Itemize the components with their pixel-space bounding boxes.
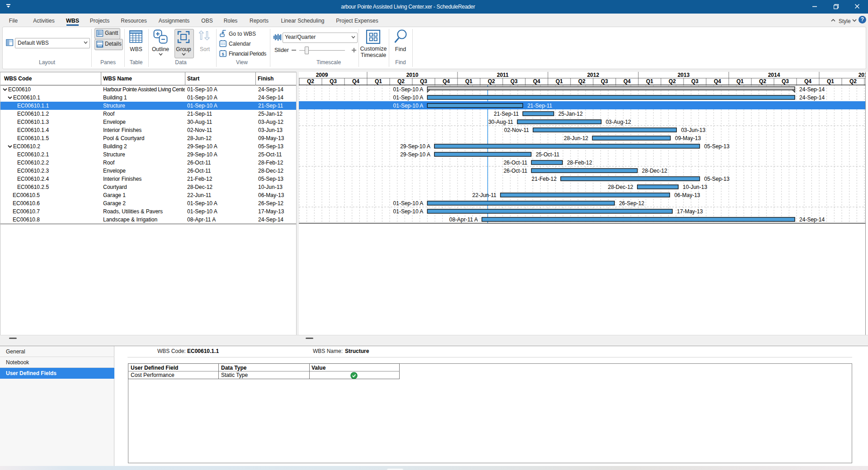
svg-text:25-Oct-11: 25-Oct-11 bbox=[536, 151, 560, 158]
svg-text:Q3: Q3 bbox=[782, 78, 789, 85]
svg-text:28-Feb-12: 28-Feb-12 bbox=[567, 160, 592, 166]
svg-text:10-Jun-13: 10-Jun-13 bbox=[683, 184, 707, 190]
svg-text:21-Feb-12: 21-Feb-12 bbox=[532, 176, 557, 182]
svg-text:24-Sep-14: 24-Sep-14 bbox=[799, 94, 825, 101]
svg-text:29-Sep-10 A: 29-Sep-10 A bbox=[400, 143, 430, 150]
svg-text:26-Sep-12: 26-Sep-12 bbox=[619, 200, 644, 207]
svg-text:05-Sep-13: 05-Sep-13 bbox=[704, 176, 730, 182]
svg-text:2011: 2011 bbox=[497, 72, 509, 78]
svg-text:Q2: Q2 bbox=[669, 78, 676, 85]
svg-text:Q3: Q3 bbox=[420, 78, 427, 85]
svg-text:08-Apr-11 A: 08-Apr-11 A bbox=[449, 216, 478, 223]
svg-text:Q1: Q1 bbox=[646, 78, 653, 85]
svg-text:Q3: Q3 bbox=[601, 78, 608, 85]
svg-text:Q3: Q3 bbox=[330, 78, 337, 85]
svg-text:28-Dec-12: 28-Dec-12 bbox=[608, 184, 633, 190]
svg-text:Q2: Q2 bbox=[488, 78, 495, 85]
svg-text:05-Sep-13: 05-Sep-13 bbox=[704, 143, 730, 150]
svg-text:Q3: Q3 bbox=[510, 78, 518, 85]
svg-text:2010: 2010 bbox=[406, 72, 419, 78]
svg-text:02-Nov-11: 02-Nov-11 bbox=[504, 127, 529, 133]
svg-text:01-Sep-10 A: 01-Sep-10 A bbox=[393, 94, 424, 101]
svg-text:29-Sep-10 A: 29-Sep-10 A bbox=[400, 151, 430, 158]
svg-text:Q3: Q3 bbox=[691, 78, 698, 85]
svg-text:Q4: Q4 bbox=[804, 78, 811, 85]
svg-text:24-Sep-14: 24-Sep-14 bbox=[799, 216, 825, 223]
svg-text:21-Sep-11: 21-Sep-11 bbox=[527, 103, 552, 109]
svg-text:Q1: Q1 bbox=[736, 78, 744, 85]
svg-text:$: $ bbox=[222, 52, 225, 56]
svg-text:Q4: Q4 bbox=[533, 78, 540, 85]
svg-text:25-Jan-12: 25-Jan-12 bbox=[558, 111, 583, 117]
svg-text:28-Dec-12: 28-Dec-12 bbox=[642, 168, 667, 174]
svg-text:2013: 2013 bbox=[678, 72, 690, 78]
svg-text:2014: 2014 bbox=[768, 72, 780, 78]
svg-text:Q2: Q2 bbox=[397, 78, 405, 85]
svg-text:2012: 2012 bbox=[587, 72, 599, 78]
svg-text:01-Sep-10 A: 01-Sep-10 A bbox=[393, 208, 424, 215]
svg-text:Q1: Q1 bbox=[556, 78, 563, 85]
svg-text:09-May-13: 09-May-13 bbox=[675, 135, 701, 141]
svg-text:2015: 2015 bbox=[859, 72, 865, 78]
svg-text:Q4: Q4 bbox=[443, 78, 450, 85]
svg-text:Q2: Q2 bbox=[307, 78, 314, 85]
svg-text:30-Aug-11: 30-Aug-11 bbox=[488, 119, 513, 125]
svg-text:2009: 2009 bbox=[316, 72, 328, 78]
svg-text:06-May-13: 06-May-13 bbox=[674, 192, 700, 198]
svg-text:Q4: Q4 bbox=[714, 78, 721, 85]
svg-text:28-Jun-12: 28-Jun-12 bbox=[564, 135, 588, 141]
svg-text:17-May-13: 17-May-13 bbox=[677, 208, 703, 215]
svg-text:03-Aug-12: 03-Aug-12 bbox=[606, 119, 631, 125]
svg-text:Q4: Q4 bbox=[352, 78, 359, 85]
svg-text:01-Sep-10 A: 01-Sep-10 A bbox=[393, 200, 424, 207]
svg-text:22-Jun-11: 22-Jun-11 bbox=[472, 192, 496, 198]
svg-text:Q1: Q1 bbox=[375, 78, 382, 85]
svg-text:26-Oct-11: 26-Oct-11 bbox=[504, 160, 528, 166]
svg-text:Q2: Q2 bbox=[578, 78, 585, 85]
svg-text:26-Oct-11: 26-Oct-11 bbox=[504, 168, 528, 174]
svg-text:01-Sep-10 A: 01-Sep-10 A bbox=[393, 103, 424, 109]
svg-text:21-Sep-11: 21-Sep-11 bbox=[494, 111, 519, 117]
svg-text:24-Sep-14: 24-Sep-14 bbox=[799, 86, 825, 93]
svg-text:Q1: Q1 bbox=[827, 78, 834, 85]
svg-text:Q2: Q2 bbox=[759, 78, 766, 85]
svg-text:Q4: Q4 bbox=[623, 78, 631, 85]
svg-text:Q2: Q2 bbox=[849, 78, 857, 85]
svg-text:Q1: Q1 bbox=[465, 78, 472, 85]
svg-text:03-Jun-13: 03-Jun-13 bbox=[681, 127, 705, 133]
svg-text:01-Sep-10 A: 01-Sep-10 A bbox=[393, 86, 424, 93]
